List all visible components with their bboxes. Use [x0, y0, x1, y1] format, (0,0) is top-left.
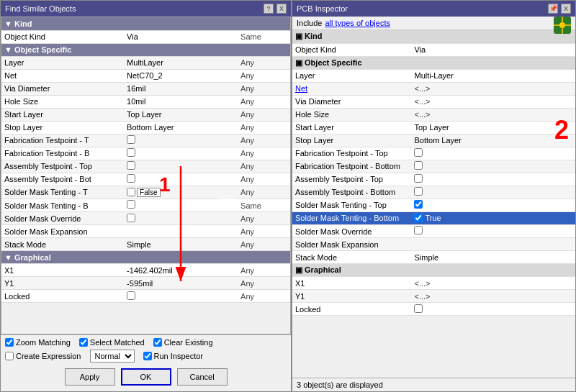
- create-expression-check[interactable]: [5, 352, 14, 360]
- pcb-inspector-panel: PCB Inspector 📌 X Include all types of o…: [292, 0, 576, 392]
- r-locked-check[interactable]: [414, 304, 423, 313]
- apply-button[interactable]: Apply: [65, 368, 115, 386]
- right-close-button[interactable]: X: [561, 4, 571, 14]
- table-row: Net NetC70_2 Any: [1, 69, 290, 82]
- table-row: Y1 <...>: [292, 290, 575, 303]
- normal-dropdown[interactable]: Normal: [90, 350, 135, 363]
- table-row: Assembly Testpoint - Bottom: [292, 186, 575, 199]
- table-row: Y1 -595mil Any: [1, 277, 290, 290]
- r-asm-top-check[interactable]: [414, 174, 423, 183]
- svg-point-3: [559, 22, 565, 28]
- r-sm-override-check[interactable]: [414, 226, 423, 234]
- table-row: Net <...>: [292, 82, 575, 95]
- cancel-button[interactable]: Cancel: [177, 368, 228, 386]
- locked-check[interactable]: [127, 291, 135, 300]
- table-row: Stack Mode Simple Any: [1, 238, 290, 251]
- table-row: Fabrication Testpoint - B Any: [1, 147, 290, 160]
- select-matched-label: Select Matched: [90, 338, 145, 347]
- table-row: Layer MultiLayer Any: [1, 56, 290, 69]
- clear-existing-label: Clear Existing: [164, 338, 213, 347]
- table-row: Locked Any: [1, 290, 290, 303]
- object-specific-section-header: ▼ Object Specific: [1, 43, 290, 56]
- kind-section-header: ▼ Kind: [1, 17, 290, 30]
- right-pin-button[interactable]: 📌: [548, 4, 558, 14]
- action-buttons: Apply OK Cancel: [5, 365, 287, 388]
- smt-bot-check[interactable]: [127, 200, 135, 209]
- r-asm-bot-check[interactable]: [414, 187, 423, 196]
- pcb-properties-table-container: ▣ Kind Object Kind Via ▣ Object Specific…: [292, 30, 575, 378]
- table-row: X1 -1462.402mil Any: [1, 264, 290, 277]
- table-row: X1 <...>: [292, 277, 575, 290]
- clear-existing-check[interactable]: [153, 338, 162, 347]
- status-text: 3 object(s) are displayed: [297, 380, 383, 389]
- zoom-matching-check[interactable]: [5, 338, 14, 347]
- right-titlebar: PCB Inspector 📌 X: [292, 1, 575, 17]
- table-row: Assembly Testpoint - Bot Any: [1, 173, 290, 186]
- r-smt-bot-val: True: [425, 214, 441, 222]
- r-kind-header: ▣ Kind: [292, 30, 575, 43]
- smt-top-val: False: [137, 188, 160, 197]
- properties-table: ▼ Kind Object Kind Via Same ▼ Object Spe…: [1, 17, 290, 303]
- sm-override-check[interactable]: [127, 214, 135, 222]
- right-titlebar-buttons: 📌 X: [548, 4, 571, 14]
- bottom-bar: Zoom Matching Select Matched Clear Exist…: [1, 334, 291, 391]
- all-types-link[interactable]: all types of objects: [325, 19, 390, 27]
- table-row: Solder Mask Tenting - Top: [292, 199, 575, 211]
- graphical-section-header: ▼ Graphical: [1, 251, 290, 264]
- r-smt-bot-check[interactable]: [414, 214, 423, 222]
- select-matched-check[interactable]: [79, 338, 88, 347]
- select-matched-option[interactable]: Select Matched: [79, 338, 145, 347]
- close-button[interactable]: X: [276, 4, 287, 14]
- right-title: PCB Inspector: [297, 4, 348, 13]
- smt-top-check[interactable]: [127, 188, 135, 196]
- create-expression-label: Create Expression: [16, 352, 81, 360]
- r-graphical-header: ▣ Graphical: [292, 264, 575, 277]
- table-row: Via Diameter <...>: [292, 95, 575, 108]
- table-row: Hole Size 10mil Any: [1, 95, 290, 108]
- table-row: Locked: [292, 303, 575, 316]
- create-expression-option[interactable]: Create Expression: [5, 352, 81, 360]
- clear-existing-option[interactable]: Clear Existing: [153, 338, 213, 347]
- ok-button[interactable]: OK: [121, 368, 171, 386]
- table-row: Object Kind Via: [292, 43, 575, 56]
- table-row: Fabrication Testpoint - T Any: [1, 134, 290, 147]
- table-row: Assembly Testpoint - Top Any: [1, 160, 290, 173]
- bottom-options-row1: Zoom Matching Select Matched Clear Exist…: [5, 338, 287, 347]
- table-row: Fabrication Testpoint - Bottom: [292, 160, 575, 173]
- left-titlebar: Find Similar Objects ? X: [1, 1, 291, 17]
- run-inspector-label: Run Inspector: [154, 352, 203, 360]
- pcb-properties-table: ▣ Kind Object Kind Via ▣ Object Specific…: [292, 30, 575, 316]
- find-similar-dialog: Find Similar Objects ? X ▼ Kind Object K…: [0, 0, 292, 392]
- table-row: Solder Mask Expansion Any: [1, 225, 290, 238]
- zoom-matching-label: Zoom Matching: [16, 338, 71, 347]
- pcb-header-bar: Include all types of objects: [292, 17, 575, 30]
- table-row: Solder Mask Override Any: [1, 212, 290, 225]
- help-button[interactable]: ?: [264, 4, 274, 14]
- table-row: Fabrication Testpoint - Top: [292, 147, 575, 160]
- fab-test-top-check[interactable]: [127, 135, 135, 144]
- zoom-matching-option[interactable]: Zoom Matching: [5, 338, 71, 347]
- find-similar-table: ▼ Kind Object Kind Via Same ▼ Object Spe…: [1, 17, 291, 334]
- table-row: Start Layer Top Layer: [292, 121, 575, 134]
- table-row: Stack Mode Simple: [292, 251, 575, 264]
- asm-test-bot-check[interactable]: [127, 174, 135, 183]
- table-row: Solder Mask Tenting - T False Any: [1, 186, 290, 199]
- net-link[interactable]: Net: [295, 84, 307, 93]
- smt-bottom-highlight-row: Solder Mask Tenting - Bottom True: [292, 211, 575, 225]
- asm-test-top-check[interactable]: [127, 161, 135, 170]
- r-fab-bot-check[interactable]: [414, 161, 423, 170]
- bottom-options-row2: Create Expression Normal Run Inspector: [5, 350, 287, 363]
- r-fab-top-check[interactable]: [414, 148, 423, 157]
- pcb-icon: [552, 15, 572, 35]
- table-row: Object Kind Via Same: [1, 30, 290, 43]
- status-bar: 3 object(s) are displayed: [292, 378, 575, 391]
- table-row: Stop Layer Bottom Layer: [292, 134, 575, 147]
- table-row: Stop Layer Bottom Layer Any: [1, 121, 290, 134]
- table-row: Start Layer Top Layer Any: [1, 108, 290, 121]
- r-smt-top-check[interactable]: [414, 200, 423, 209]
- r-object-specific-header: ▣ Object Specific: [292, 56, 575, 69]
- run-inspector-option[interactable]: Run Inspector: [143, 352, 203, 360]
- run-inspector-check[interactable]: [143, 352, 152, 360]
- table-row: Solder Mask Expansion: [292, 238, 575, 251]
- fab-test-bot-check[interactable]: [127, 148, 135, 157]
